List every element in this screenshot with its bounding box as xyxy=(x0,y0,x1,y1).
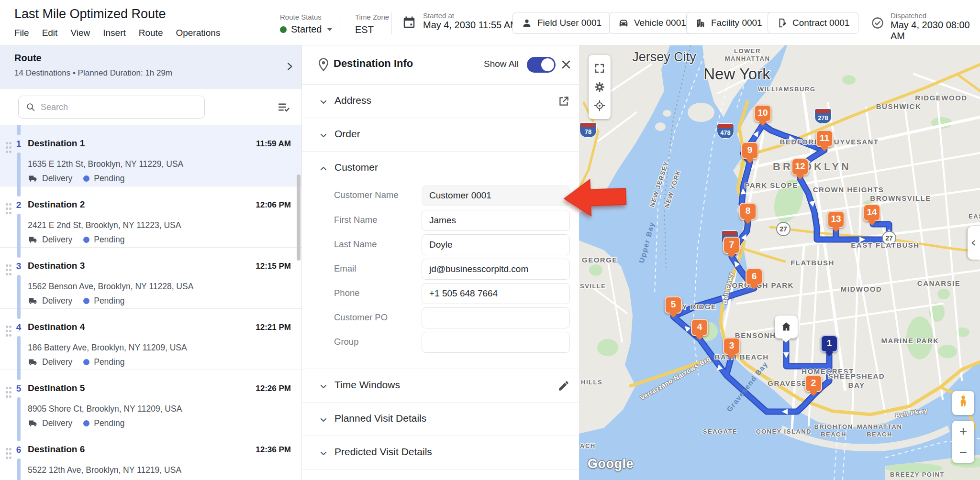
timeline-bar xyxy=(17,370,21,380)
phone-field[interactable] xyxy=(422,283,570,304)
scrollbar-thumb[interactable] xyxy=(297,175,301,261)
timeline-bar xyxy=(17,153,21,186)
external-link-icon[interactable] xyxy=(557,95,570,108)
customer-po-field[interactable] xyxy=(422,307,570,328)
map-marker-5[interactable]: 5 xyxy=(665,296,682,314)
map-marker-9[interactable]: 9 xyxy=(741,142,758,159)
edit-pencil-icon[interactable] xyxy=(557,380,570,392)
section-planned-visit[interactable]: Planned Visit Details xyxy=(302,403,579,436)
drag-handle-icon[interactable] xyxy=(5,202,11,214)
search-row xyxy=(0,89,301,125)
route-status-dropdown[interactable]: Started xyxy=(280,24,333,35)
map-marker-8[interactable]: 8 xyxy=(739,203,757,220)
destination-title: Destination 5 xyxy=(28,383,85,393)
map-marker-13[interactable]: 13 xyxy=(827,211,845,228)
menu-view[interactable]: View xyxy=(70,28,90,38)
gear-icon[interactable] xyxy=(594,81,605,93)
map-marker-10[interactable]: 10 xyxy=(754,105,771,122)
timeline-bar xyxy=(17,275,21,309)
destination-item-1[interactable]: 1 Destination 1 11:59 AM 1635 E 12th St,… xyxy=(0,125,301,186)
contract-chip[interactable]: Contract 0001 xyxy=(768,12,858,34)
destination-tags: Delivery Pending xyxy=(28,235,124,245)
drag-handle-icon[interactable] xyxy=(5,325,11,337)
field-user-chip[interactable]: Field User 0001 xyxy=(512,12,611,34)
stop-number: 1 xyxy=(13,139,24,149)
facility-chip[interactable]: Facility 0001 xyxy=(686,12,771,34)
last-name-label: Last Name xyxy=(334,239,377,250)
panel-collapse-tab[interactable] xyxy=(968,226,980,260)
destination-item-5[interactable]: 5 Destination 5 12:26 PM 8905 Shore Ct, … xyxy=(0,370,301,431)
close-icon[interactable] xyxy=(559,58,573,71)
field-row-first-name: First Name xyxy=(302,210,579,231)
route-status-label: Route Status xyxy=(280,13,333,21)
destination-item-3[interactable]: 3 Destination 3 12:15 PM 1562 Benson Ave… xyxy=(0,248,301,309)
destination-list: 1 Destination 1 11:59 AM 1635 E 12th St,… xyxy=(0,125,301,480)
started-at-group: Started at May 4, 2030 11:55 AM xyxy=(402,11,518,31)
email-field[interactable] xyxy=(422,259,570,280)
route-status-group: Route Status Started xyxy=(280,13,333,35)
menu-route[interactable]: Route xyxy=(139,28,163,38)
menu-edit[interactable]: Edit xyxy=(42,28,58,38)
location-radar-icon[interactable] xyxy=(594,100,605,111)
status-label: Pending xyxy=(94,418,124,428)
map-marker-12[interactable]: 12 xyxy=(791,158,809,175)
fullscreen-icon[interactable] xyxy=(594,63,605,74)
section-time-windows[interactable]: Time Windows xyxy=(302,369,579,403)
destination-item-2[interactable]: 2 Destination 2 12:06 PM 2421 E 2nd St, … xyxy=(0,186,301,248)
map-marker-14[interactable]: 14 xyxy=(863,204,880,221)
menu-file[interactable]: File xyxy=(14,28,29,38)
map-marker-7[interactable]: 7 xyxy=(723,237,740,254)
truck-icon xyxy=(28,235,38,245)
drag-handle-icon[interactable] xyxy=(5,141,11,153)
destination-tags: Delivery Pending xyxy=(28,296,124,306)
search-input[interactable] xyxy=(41,102,184,112)
eta-time: 12:21 PM xyxy=(256,323,291,332)
menu-insert[interactable]: Insert xyxy=(103,28,126,38)
destination-address: 1635 E 12th St, Brooklyn, NY 11229, USA xyxy=(28,159,183,169)
drag-handle-icon[interactable] xyxy=(5,263,11,275)
section-customer[interactable]: Customer xyxy=(302,152,579,185)
map-marker-6[interactable]: 6 xyxy=(746,268,763,285)
section-predicted-visit-label: Predicted Visit Details xyxy=(334,446,432,458)
customer-name-field[interactable] xyxy=(422,185,570,206)
menu-operations[interactable]: Operations xyxy=(176,28,220,38)
filter-list-check-icon[interactable] xyxy=(277,100,291,114)
section-predicted-visit[interactable]: Predicted Visit Details xyxy=(302,436,579,469)
show-all-label: Show All xyxy=(484,59,519,69)
pegman-control[interactable] xyxy=(952,391,974,415)
zoom-in-button[interactable]: + xyxy=(952,421,974,442)
facility-home-marker[interactable] xyxy=(775,316,798,338)
section-order[interactable]: Order xyxy=(302,118,579,152)
destination-title: Destination 3 xyxy=(28,261,85,271)
map-marker-11[interactable]: 11 xyxy=(816,130,833,147)
destination-item-6[interactable]: 6 Destination 6 12:36 PM 5522 12th Ave, … xyxy=(0,431,301,480)
map-marker-3[interactable]: 3 xyxy=(723,338,740,355)
destination-address: 1562 Benson Ave, Brooklyn, NY 11228, USA xyxy=(28,282,193,292)
group-field[interactable] xyxy=(422,332,570,353)
drag-handle-icon[interactable] xyxy=(5,386,11,398)
time-zone-value: EST xyxy=(355,24,389,35)
interstate-shield-478: 478 xyxy=(717,123,734,139)
vehicle-chip[interactable]: Vehicle 0001 xyxy=(609,12,695,34)
last-mile-route-app: Last Mile Optimized Route File Edit View… xyxy=(0,0,980,480)
last-name-field[interactable] xyxy=(422,234,570,255)
first-name-field[interactable] xyxy=(422,210,570,231)
map-marker-1[interactable]: 1 xyxy=(821,335,838,352)
destination-tags: Delivery Pending xyxy=(28,357,124,367)
route-shield-27: 27 xyxy=(776,222,791,236)
show-all-toggle[interactable] xyxy=(527,57,556,73)
facility-icon xyxy=(695,18,706,28)
destination-item-4[interactable]: 4 Destination 4 12:21 PM 186 Battery Ave… xyxy=(0,309,301,370)
annotation-arrow xyxy=(562,176,631,220)
route-status-value: Started xyxy=(291,24,322,35)
zoom-control: + − xyxy=(952,421,974,463)
drag-handle-icon[interactable] xyxy=(5,447,11,459)
map-marker-2[interactable]: 2 xyxy=(805,375,822,392)
section-address[interactable]: Address xyxy=(302,85,579,118)
zoom-out-button[interactable]: − xyxy=(952,442,974,463)
check-circle-icon xyxy=(871,16,884,30)
map-marker-4[interactable]: 4 xyxy=(691,319,708,336)
type-label: Delivery xyxy=(42,418,72,428)
route-summary-card[interactable]: Route 14 Destinations • Planned Duration… xyxy=(0,45,301,89)
map-canvas[interactable]: 78 478 278 278 27 27 Jersey City LOWER M… xyxy=(579,45,980,480)
